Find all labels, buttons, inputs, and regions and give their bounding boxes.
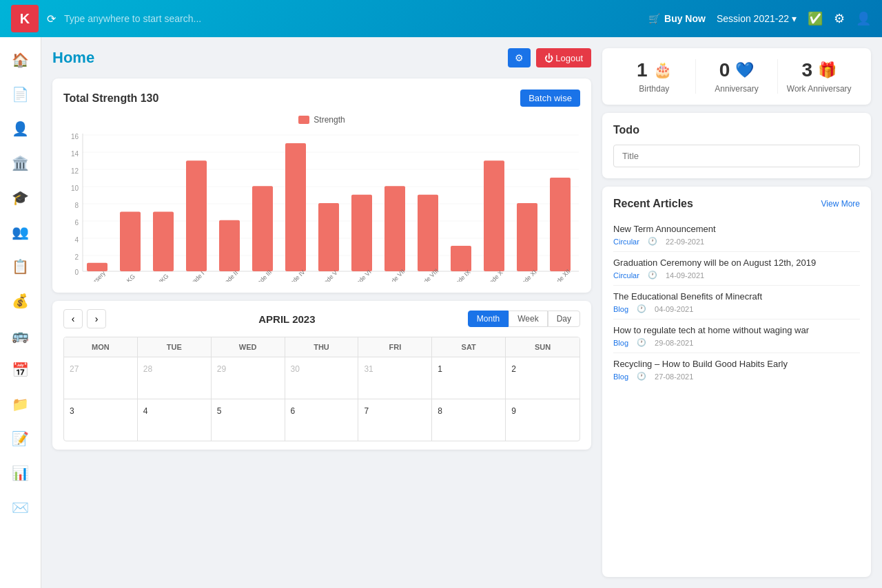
sidebar-item-person[interactable]: 👤 <box>5 113 37 145</box>
anniversary-stat: 0 💙 Anniversary <box>696 59 779 94</box>
birthday-stat: 1 🎂 Birthday <box>613 59 696 94</box>
article-date-3: 29-08-2021 <box>655 339 693 347</box>
settings-button[interactable]: ⚙ <box>508 48 531 67</box>
day-header-sun: SUN <box>506 337 580 357</box>
user-icon[interactable]: 👤 <box>856 11 871 26</box>
bar-chart: 0 2 4 6 8 10 12 14 16 <box>63 130 580 282</box>
article-title-0[interactable]: New Term Announcement <box>613 224 860 234</box>
day-header-mon: MON <box>64 337 138 357</box>
search-input[interactable] <box>64 13 640 24</box>
sidebar-item-reports[interactable]: 📊 <box>5 457 37 489</box>
session-label: Session 2021-22 <box>717 13 789 24</box>
gear-icon[interactable]: ⚙ <box>834 11 845 26</box>
cal-cell-31[interactable]: 31 <box>358 357 432 399</box>
legend-label: Strength <box>314 115 345 125</box>
clock-icon-2: 🕐 <box>637 304 646 313</box>
cal-cell-4[interactable]: 4 <box>138 399 212 441</box>
session-selector[interactable]: Session 2021-22 ▾ <box>717 13 797 24</box>
sidebar-item-finance[interactable]: 💰 <box>5 285 37 317</box>
logo[interactable]: K <box>11 5 39 32</box>
cal-cell-30[interactable]: 30 <box>285 357 359 399</box>
calendar-prev-button[interactable]: ‹ <box>63 309 83 328</box>
sidebar-item-notes[interactable]: 📝 <box>5 423 37 454</box>
sidebar-item-list[interactable]: 📋 <box>5 251 37 282</box>
cal-cell-5[interactable]: 5 <box>212 399 285 441</box>
clock-icon-4: 🕐 <box>637 372 646 381</box>
cal-view-week-button[interactable]: Week <box>509 311 547 327</box>
chevron-down-icon: ▾ <box>792 13 797 24</box>
chart-title: Total Strength 130 <box>63 92 158 105</box>
sidebar-item-document[interactable]: 📄 <box>5 78 37 110</box>
svg-rect-21 <box>120 211 141 271</box>
svg-text:0: 0 <box>74 269 79 276</box>
sidebar-item-staff[interactable]: 👥 <box>5 216 37 248</box>
check-icon[interactable]: ✅ <box>808 11 823 26</box>
day-header-sat: SAT <box>432 337 506 357</box>
right-panel: 1 🎂 Birthday 0 💙 Anniversary 3 🎁 Work An… <box>602 48 871 577</box>
todo-title: Todo <box>613 124 860 136</box>
calendar-month-title: APRIL 2023 <box>258 313 315 325</box>
svg-text:16: 16 <box>71 133 79 140</box>
calendar-view-buttons: Month Week Day <box>468 311 580 327</box>
cal-cell-29[interactable]: 29 <box>212 357 285 399</box>
anniversary-count: 0 <box>719 59 730 81</box>
cal-cell-2[interactable]: 2 <box>506 357 580 399</box>
cal-cell-8[interactable]: 8 <box>432 399 506 441</box>
svg-text:14: 14 <box>71 150 79 158</box>
sidebar-item-calendar[interactable]: 📅 <box>5 354 37 386</box>
article-item-0: New Term Announcement Circular 🕐 22-09-2… <box>613 218 860 252</box>
logout-button[interactable]: ⏻ Logout <box>536 48 591 67</box>
cal-cell-3[interactable]: 3 <box>64 399 138 441</box>
sidebar-item-graduation[interactable]: 🎓 <box>5 182 37 213</box>
calendar-days-header: MON TUE WED THU FRI SAT SUN <box>64 337 580 357</box>
article-title-2[interactable]: The Educational Benefits of Minecraft <box>613 291 860 302</box>
birthday-label: Birthday <box>639 84 669 94</box>
anniversary-stat-row: 0 💙 <box>719 59 755 81</box>
svg-rect-43 <box>484 160 504 271</box>
cal-cell-9[interactable]: 9 <box>506 399 580 441</box>
cal-view-month-button[interactable]: Month <box>468 311 509 327</box>
article-title-1[interactable]: Graduation Ceremony will be on August 12… <box>613 258 860 268</box>
chart-card: Total Strength 130 Batch wise Strength 0… <box>52 78 591 293</box>
cal-cell-7[interactable]: 7 <box>358 399 432 441</box>
article-tag-3: Blog <box>613 339 628 347</box>
sidebar-item-home[interactable]: 🏠 <box>5 44 37 76</box>
svg-rect-39 <box>418 195 438 271</box>
svg-rect-41 <box>451 246 471 271</box>
sidebar-item-institution[interactable]: 🏛️ <box>5 147 37 179</box>
buy-now-button[interactable]: 🛒 Buy Now <box>648 13 706 24</box>
work-anniversary-stat: 3 🎁 Work Anniversary <box>778 59 860 94</box>
calendar-next-button[interactable]: › <box>87 309 106 328</box>
sidebar-item-folder[interactable]: 📁 <box>5 388 37 420</box>
cal-cell-28[interactable]: 28 <box>138 357 212 399</box>
search-icon[interactable]: ⟳ <box>47 12 56 25</box>
calendar-weeks: 27 28 29 30 31 1 2 3 4 5 6 7 <box>64 357 580 441</box>
svg-text:4: 4 <box>74 236 79 244</box>
cal-cell-1[interactable]: 1 <box>432 357 506 399</box>
article-title-4[interactable]: Recycling – How to Build Good Habits Ear… <box>613 359 860 369</box>
svg-rect-33 <box>318 203 339 271</box>
sidebar-item-transport[interactable]: 🚌 <box>5 319 37 351</box>
todo-input[interactable] <box>613 145 860 167</box>
article-tag-2: Blog <box>613 305 628 313</box>
sidebar-item-mail[interactable]: ✉️ <box>5 492 37 523</box>
svg-rect-25 <box>186 160 207 271</box>
article-meta-3: Blog 🕐 29-08-2021 <box>613 338 860 347</box>
article-title-3[interactable]: How to regulate tech at home without wag… <box>613 325 860 335</box>
cal-view-day-button[interactable]: Day <box>548 311 580 327</box>
header-actions: ⚙ ⏻ Logout <box>508 48 591 67</box>
svg-text:6: 6 <box>74 219 79 227</box>
cal-cell-6[interactable]: 6 <box>285 399 359 441</box>
batch-wise-button[interactable]: Batch wise <box>520 90 580 107</box>
article-meta-0: Circular 🕐 22-09-2021 <box>613 237 860 246</box>
svg-text:2: 2 <box>74 253 79 261</box>
legend-color-box <box>298 116 309 124</box>
left-panel: Home ⚙ ⏻ Logout Total Strength 130 Batch… <box>52 48 591 577</box>
article-date-4: 27-08-2021 <box>655 372 693 381</box>
calendar-header: ‹ › APRIL 2023 Month Week Day <box>63 309 580 328</box>
chart-legend: Strength <box>63 115 580 125</box>
article-item-2: The Educational Benefits of Minecraft Bl… <box>613 286 860 319</box>
svg-text:Grade I: Grade I <box>186 270 205 282</box>
cal-cell-27[interactable]: 27 <box>64 357 138 399</box>
view-more-link[interactable]: View More <box>821 199 860 209</box>
